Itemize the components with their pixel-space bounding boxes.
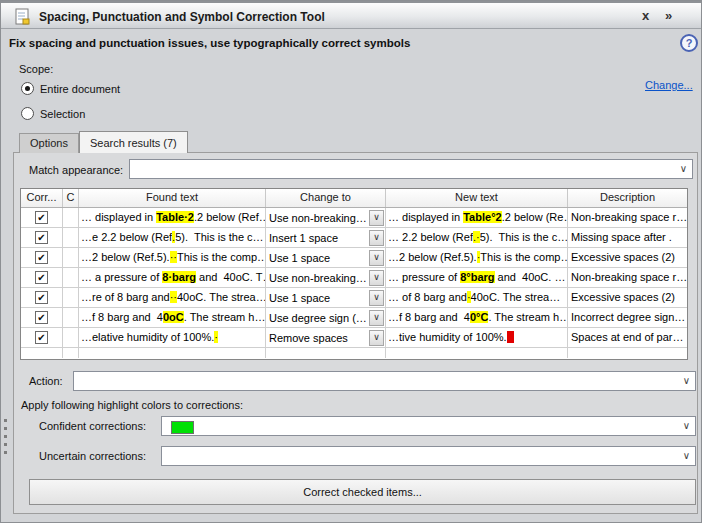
description-cell: Incorrect degree sign… — [568, 308, 687, 327]
change-to-cell[interactable]: Use degree sign (…∨ — [266, 308, 386, 327]
empty-cell — [386, 348, 568, 358]
change-to-value: Use 1 space — [266, 252, 369, 264]
row-checkbox[interactable]: ✔ — [35, 291, 48, 304]
radio-selected-icon[interactable] — [21, 82, 34, 95]
table-row[interactable]: ✔…2 below (Ref.5).··This is the comp…Use… — [21, 248, 687, 268]
radio-entire-document-label: Entire document — [40, 83, 120, 95]
bright-green-swatch — [171, 421, 194, 434]
new-text-cell: … pressure of 8°barg and 40oC. … — [386, 268, 568, 287]
change-to-cell[interactable]: Use 1 space∨ — [266, 248, 386, 267]
empty-cell — [568, 348, 687, 358]
chevron-down-icon: ∨ — [683, 448, 690, 464]
radio-entire-document[interactable]: Entire document — [21, 82, 120, 95]
change-to-cell[interactable]: Insert 1 space∨ — [266, 228, 386, 247]
close-icon[interactable]: x — [642, 8, 649, 23]
apply-highlight-label: Apply following highlight colors to corr… — [21, 399, 243, 411]
row-checkbox[interactable]: ✔ — [35, 331, 48, 344]
row-checkbox[interactable]: ✔ — [35, 271, 48, 284]
description-cell: Non-breaking space r… — [568, 208, 687, 227]
checkbox-cell: ✔ — [21, 228, 63, 247]
header-description[interactable]: Description — [568, 189, 687, 207]
table-row[interactable]: ✔… a pressure of 8·barg and 40oC. T…Use … — [21, 268, 687, 288]
empty-cell — [21, 348, 63, 358]
chevron-down-icon[interactable]: ∨ — [369, 210, 384, 226]
c-cell — [63, 208, 79, 227]
change-to-cell[interactable]: Use non-breaking…∨ — [266, 268, 386, 287]
uncertain-corrections-label: Uncertain corrections: — [39, 450, 146, 462]
title-bar: Spacing, Punctuation and Symbol Correcti… — [1, 1, 701, 29]
radio-selection-label: Selection — [40, 108, 85, 120]
c-cell — [63, 248, 79, 267]
chevron-down-icon[interactable]: ∨ — [369, 230, 384, 246]
red-mark — [507, 331, 514, 343]
radio-selection[interactable]: Selection — [21, 107, 85, 120]
radio-unselected-icon[interactable] — [21, 107, 34, 120]
expand-chevron-icon[interactable]: » — [665, 8, 672, 23]
row-checkbox[interactable]: ✔ — [35, 231, 48, 244]
chevron-down-icon: ∨ — [680, 161, 687, 177]
scope-label: Scope: — [19, 63, 53, 75]
new-text-cell: … 2.2 below (Ref.·5). This is the c… — [386, 228, 568, 247]
empty-cell — [63, 348, 79, 358]
tab-options[interactable]: Options — [19, 133, 79, 153]
pane-subtitle: Fix spacing and punctuation issues, use … — [9, 37, 410, 49]
tab-search-results[interactable]: Search results (7) — [79, 131, 188, 153]
action-label: Action: — [29, 375, 63, 387]
search-results-table: Corr... C Found text Change to New text … — [20, 188, 688, 360]
change-to-cell[interactable]: Remove spaces∨ — [266, 328, 386, 347]
new-text-cell: …f 8 barg and 40°C. The stream h… — [386, 308, 568, 327]
confident-corrections-dropdown[interactable]: Bright green ∨ — [161, 416, 696, 436]
checkbox-cell: ✔ — [21, 248, 63, 267]
c-cell — [63, 328, 79, 347]
row-checkbox[interactable]: ✔ — [35, 211, 48, 224]
action-dropdown[interactable]: Correct checked items ∨ — [73, 371, 696, 391]
description-cell: Excessive spaces (2) — [568, 248, 687, 267]
table-row[interactable]: ✔… displayed in Table·2.2 below (Ref…Use… — [21, 208, 687, 228]
chevron-down-icon[interactable]: ∨ — [369, 290, 384, 306]
help-icon[interactable]: ? — [680, 34, 698, 52]
match-appearance-dropdown[interactable]: Normal (in document order) ∨ — [129, 159, 693, 179]
change-to-value: Use 1 space — [266, 292, 369, 304]
c-cell — [63, 288, 79, 307]
header-corrected[interactable]: Corr... — [21, 189, 63, 207]
change-to-cell[interactable]: Use non-breaking…∨ — [266, 208, 386, 227]
chevron-down-icon[interactable]: ∨ — [369, 250, 384, 266]
found-text-cell: … a pressure of 8·barg and 40oC. T… — [79, 268, 266, 287]
checkbox-cell: ✔ — [21, 328, 63, 347]
chevron-down-icon[interactable]: ∨ — [369, 270, 384, 286]
document-edit-icon — [14, 8, 32, 26]
table-row[interactable]: ✔…f 8 barg and 40oC. The stream h…Use de… — [21, 308, 687, 328]
description-cell: Spaces at end of par… — [568, 328, 687, 347]
checkbox-cell: ✔ — [21, 208, 63, 227]
row-checkbox[interactable]: ✔ — [35, 251, 48, 264]
table-row[interactable]: ✔…re of 8 barg and··40oC. The strea…Use … — [21, 288, 687, 308]
description-cell: Non-breaking space r… — [568, 268, 687, 287]
table-row[interactable]: ✔…e 2.2 below (Ref.5). This is the c…Ins… — [21, 228, 687, 248]
c-cell — [63, 308, 79, 327]
table-row[interactable]: ✔…elative humidity of 100%.·Remove space… — [21, 328, 687, 348]
change-to-cell[interactable]: Use 1 space∨ — [266, 288, 386, 307]
header-change-to[interactable]: Change to — [266, 189, 386, 207]
uncertain-corrections-dropdown[interactable]: Do not highlight ∨ — [161, 446, 696, 466]
header-new-text[interactable]: New text — [386, 189, 568, 207]
header-c[interactable]: C — [63, 189, 79, 207]
change-to-value: Remove spaces — [266, 332, 369, 344]
checkbox-cell: ✔ — [21, 308, 63, 327]
correct-checked-items-button[interactable]: Correct checked items... — [29, 479, 696, 505]
resize-grip[interactable] — [4, 419, 9, 454]
table-header-row: Corr... C Found text Change to New text … — [21, 189, 687, 208]
found-text-cell: …re of 8 barg and··40oC. The strea… — [79, 288, 266, 307]
description-cell: Missing space after . — [568, 228, 687, 247]
found-text-cell: … displayed in Table·2.2 below (Ref… — [79, 208, 266, 227]
results-table-rows: ✔… displayed in Table·2.2 below (Ref…Use… — [21, 208, 687, 348]
change-scope-link[interactable]: Change... — [645, 79, 693, 91]
correction-tool-pane: Spacing, Punctuation and Symbol Correcti… — [0, 0, 702, 523]
chevron-down-icon[interactable]: ∨ — [369, 330, 384, 346]
change-to-value: Insert 1 space — [266, 232, 369, 244]
found-text-cell: …e 2.2 below (Ref.5). This is the c… — [79, 228, 266, 247]
empty-cell — [266, 348, 386, 358]
chevron-down-icon: ∨ — [683, 373, 690, 389]
header-found-text[interactable]: Found text — [79, 189, 266, 207]
chevron-down-icon[interactable]: ∨ — [369, 310, 384, 326]
row-checkbox[interactable]: ✔ — [35, 311, 48, 324]
